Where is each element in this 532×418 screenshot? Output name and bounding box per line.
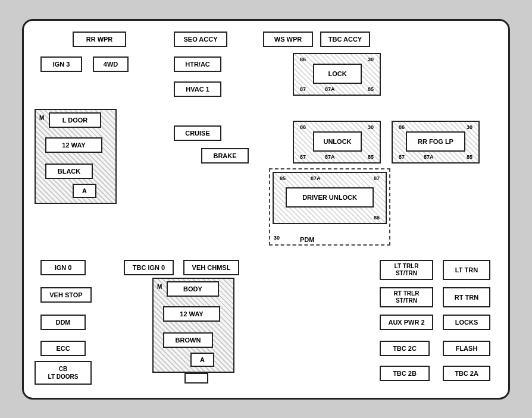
unlock-pin-87: 87: [300, 154, 306, 160]
lock-pin-87a: 87A: [325, 86, 335, 92]
relay-lock-container: 86 30 87 87A 85 LOCK: [293, 53, 381, 96]
fuse-cb-lt-doors: CB LT DOORS: [35, 361, 92, 385]
fuse-hvac1: HVAC 1: [174, 81, 221, 97]
fuse-locks: LOCKS: [443, 315, 490, 330]
rrfog-pin-86: 86: [399, 124, 405, 130]
fuse-htr-ac: HTR/AC: [174, 56, 221, 72]
fuse-cruise: CRUISE: [174, 125, 221, 141]
pdm-pin-30: 30: [274, 235, 280, 241]
connector-ldoor: M L DOOR 12 WAY BLACK A: [35, 109, 117, 204]
fuse-lt-trlr: LT TRLR ST/TRN: [380, 260, 433, 280]
driverunlock-pin-85: 85: [280, 175, 286, 181]
lock-pin-30: 30: [368, 56, 374, 62]
lock-pin-87: 87: [300, 86, 306, 92]
relay-unlock-label: UNLOCK: [313, 131, 362, 152]
lock-pin-86: 86: [300, 56, 306, 62]
relay-rrfoglp-container: 86 30 87 87A 85 RR FOG LP: [392, 121, 480, 164]
fuse-brake: BRAKE: [201, 148, 249, 164]
driverunlock-pin-87a: 87A: [311, 175, 321, 181]
lock-pin-85: 85: [368, 86, 374, 92]
fuse-seo-accy: SEO ACCY: [174, 32, 227, 47]
fuse-flash: FLASH: [443, 341, 490, 356]
rrfog-pin-85: 85: [467, 154, 472, 160]
rrfog-pin-30: 30: [467, 124, 472, 130]
fuse-veh-stop: VEH STOP: [40, 287, 92, 303]
ldoor-pin-m: M: [39, 115, 44, 121]
fuse-rt-trn: RT TRN: [443, 287, 490, 307]
connector-body: M BODY 12 WAY BROWN A: [152, 278, 234, 373]
ldoor-12way: 12 WAY: [45, 137, 102, 153]
fuse-rr-wpr: RR WPR: [73, 32, 126, 47]
ldoor-black: BLACK: [45, 164, 93, 179]
driverunlock-pin-87: 87: [374, 175, 380, 181]
fuse-tbc2a: TBC 2A: [443, 366, 490, 381]
fuse-tbc2c: TBC 2C: [380, 341, 430, 356]
body-12way: 12 WAY: [163, 306, 220, 322]
fuse-aux-pwr2: AUX PWR 2: [380, 315, 433, 330]
body-pin-a: A: [190, 353, 214, 367]
fuse-ign3: IGN 3: [40, 56, 82, 72]
body-brown: BROWN: [163, 332, 213, 348]
relay-driverunlock-label: DRIVER UNLOCK: [286, 187, 374, 208]
fuse-4wd: 4WD: [93, 56, 129, 72]
pdm-area: 85 87A 87 86 DRIVER UNLOCK 30 PDM: [269, 168, 390, 246]
driverunlock-pin-86: 86: [374, 215, 380, 221]
body-pin-m: M: [157, 284, 162, 290]
unlock-pin-30: 30: [368, 124, 374, 130]
body-connector-tab: [184, 373, 208, 384]
fuse-tbc-ign0: TBC IGN 0: [124, 260, 174, 275]
fuse-ecc: ECC: [40, 341, 86, 356]
unlock-pin-85: 85: [368, 154, 374, 160]
ldoor-pin-a: A: [73, 184, 96, 198]
pdm-label: PDM: [300, 236, 314, 243]
fuse-rt-trlr: RT TRLR ST/TRN: [380, 287, 433, 307]
fuse-ws-wpr: WS WPR: [263, 32, 313, 47]
body-label: BODY: [167, 281, 219, 297]
rrfog-pin-87a: 87A: [424, 154, 434, 160]
rrfog-pin-87: 87: [399, 154, 405, 160]
relay-unlock-container: 86 30 87 87A 85 UNLOCK: [293, 121, 381, 164]
fuse-ddm: DDM: [40, 315, 86, 330]
fuse-tbc-accy: TBC ACCY: [320, 32, 370, 47]
relay-driverunlock-container: 85 87A 87 86 DRIVER UNLOCK: [273, 172, 387, 224]
unlock-pin-86: 86: [300, 124, 306, 130]
fuse-ign0: IGN 0: [40, 260, 86, 275]
relay-rrfoglp-label: RR FOG LP: [406, 131, 465, 152]
fuse-lt-trn: LT TRN: [443, 260, 490, 280]
unlock-pin-87a: 87A: [325, 154, 335, 160]
ldoor-label: L DOOR: [49, 112, 101, 128]
relay-lock-label: LOCK: [313, 64, 362, 84]
fuse-tbc2b: TBC 2B: [380, 366, 430, 381]
fuse-diagram: RR WPR SEO ACCY WS WPR TBC ACCY IGN 3 4W…: [22, 19, 510, 400]
fuse-veh-chmsl: VEH CHMSL: [183, 260, 239, 275]
